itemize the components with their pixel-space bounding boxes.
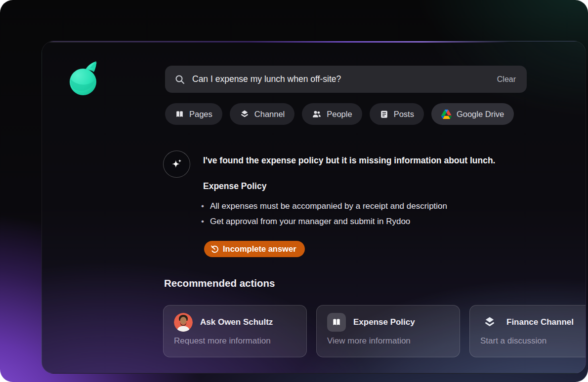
filter-chip-label: People xyxy=(327,110,352,119)
card-title: Finance Channel xyxy=(506,317,574,327)
book-icon-container xyxy=(327,313,346,332)
app-window: Clear Pages Channel xyxy=(42,41,586,374)
filter-chip-label: Pages xyxy=(189,110,212,119)
avatar xyxy=(174,313,193,332)
ai-answer-summary: I've found the expense policy but it is … xyxy=(203,154,549,167)
layers-icon xyxy=(482,315,497,330)
ai-sparkle-badge xyxy=(163,151,190,178)
teal-leaf-logo-icon xyxy=(68,61,102,99)
card-header: Expense Policy xyxy=(327,313,449,332)
brand-logo[interactable] xyxy=(68,61,102,99)
book-icon xyxy=(332,317,341,327)
filter-chip-label: Posts xyxy=(394,110,414,119)
filter-chip-pages[interactable]: Pages xyxy=(165,103,222,125)
search-bar: Clear xyxy=(165,66,527,93)
badge-label: Incomplete answer xyxy=(223,244,296,254)
scene-background: Clear Pages Channel xyxy=(0,0,588,382)
sparkle-icon xyxy=(169,157,184,172)
search-input[interactable] xyxy=(191,74,490,85)
bullet-marker: • xyxy=(201,214,204,229)
card-header: Ask Owen Schultz xyxy=(174,313,296,332)
filter-chip-people[interactable]: People xyxy=(302,103,362,125)
filter-chip-google-drive[interactable]: Google Drive xyxy=(431,103,514,125)
answer-document-title: Expense Policy xyxy=(203,181,266,191)
filter-chip-row: Pages Channel People xyxy=(165,103,514,125)
recommended-cards-row: Ask Owen Schultz Request more informatio… xyxy=(163,305,586,357)
card-title: Expense Policy xyxy=(353,317,415,327)
card-subtitle: Start a discussion xyxy=(480,336,586,346)
answer-bullet-list: • All expenses must be accompanied by a … xyxy=(201,198,547,229)
gauge-icon xyxy=(210,244,219,254)
book-icon xyxy=(175,110,184,119)
bullet-marker: • xyxy=(201,198,204,214)
search-icon xyxy=(175,75,185,84)
card-title: Ask Owen Schultz xyxy=(200,317,273,327)
layers-icon xyxy=(240,109,250,119)
bullet-text: All expenses must be accompanied by a re… xyxy=(210,198,447,214)
layers-icon-container xyxy=(480,313,499,332)
bullet-text: Get approval from your manager and submi… xyxy=(210,214,410,229)
card-finance-channel[interactable]: Finance Channel Start a discussion xyxy=(469,305,586,357)
google-drive-icon xyxy=(441,110,452,119)
people-icon xyxy=(312,109,322,119)
filter-chip-label: Channel xyxy=(254,110,285,119)
card-expense-policy[interactable]: Expense Policy View more information xyxy=(316,305,460,357)
list-item: • All expenses must be accompanied by a … xyxy=(201,198,547,214)
filter-chip-label: Google Drive xyxy=(457,110,504,119)
filter-chip-channel[interactable]: Channel xyxy=(230,103,294,125)
clear-search-button[interactable]: Clear xyxy=(496,73,517,86)
recommended-actions-heading: Recommended actions xyxy=(164,277,275,289)
incomplete-answer-badge: Incomplete answer xyxy=(204,241,305,257)
filter-chip-posts[interactable]: Posts xyxy=(370,103,424,125)
card-header: Finance Channel xyxy=(480,313,586,332)
list-item: • Get approval from your manager and sub… xyxy=(201,214,547,229)
owen-avatar-image xyxy=(174,313,193,332)
card-ask-owen-schultz[interactable]: Ask Owen Schultz Request more informatio… xyxy=(163,305,307,357)
card-subtitle: View more information xyxy=(327,336,449,346)
card-subtitle: Request more information xyxy=(174,336,296,346)
post-icon xyxy=(379,110,389,119)
